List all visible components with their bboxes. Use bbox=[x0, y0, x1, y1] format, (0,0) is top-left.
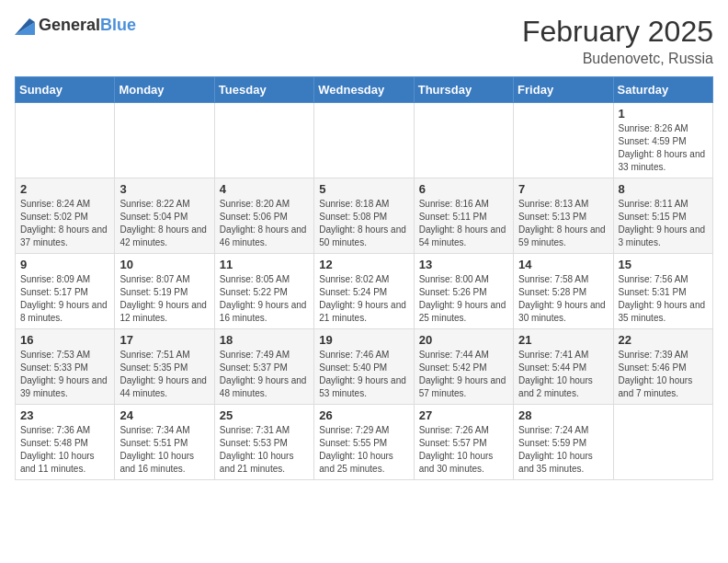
calendar-cell: 15Sunrise: 7:56 AM Sunset: 5:31 PM Dayli… bbox=[613, 254, 712, 329]
calendar-cell: 13Sunrise: 8:00 AM Sunset: 5:26 PM Dayli… bbox=[414, 254, 513, 329]
calendar-cell: 23Sunrise: 7:36 AM Sunset: 5:48 PM Dayli… bbox=[16, 405, 115, 480]
week-row-4: 23Sunrise: 7:36 AM Sunset: 5:48 PM Dayli… bbox=[16, 405, 713, 480]
day-info: Sunrise: 7:26 AM Sunset: 5:57 PM Dayligh… bbox=[419, 424, 508, 476]
day-info: Sunrise: 8:22 AM Sunset: 5:04 PM Dayligh… bbox=[119, 198, 209, 249]
day-number: 1 bbox=[619, 107, 708, 121]
day-number: 15 bbox=[619, 258, 708, 271]
calendar-table: SundayMondayTuesdayWednesdayThursdayFrid… bbox=[15, 76, 713, 480]
day-info: Sunrise: 8:02 AM Sunset: 5:24 PM Dayligh… bbox=[319, 273, 408, 325]
calendar-cell bbox=[115, 103, 214, 178]
calendar-cell: 2Sunrise: 8:24 AM Sunset: 5:02 PM Daylig… bbox=[16, 178, 115, 254]
day-info: Sunrise: 7:53 AM Sunset: 5:33 PM Dayligh… bbox=[20, 349, 109, 400]
day-info: Sunrise: 7:44 AM Sunset: 5:42 PM Dayligh… bbox=[419, 349, 508, 400]
header-monday: Monday bbox=[115, 77, 214, 103]
day-number: 9 bbox=[20, 258, 109, 271]
header-thursday: Thursday bbox=[414, 77, 513, 103]
calendar-cell: 6Sunrise: 8:16 AM Sunset: 5:11 PM Daylig… bbox=[414, 178, 513, 254]
title-area: February 2025 Budenovetc, Russia bbox=[522, 15, 713, 67]
calendar-cell: 18Sunrise: 7:49 AM Sunset: 5:37 PM Dayli… bbox=[214, 329, 313, 405]
calendar-cell: 19Sunrise: 7:46 AM Sunset: 5:40 PM Dayli… bbox=[314, 329, 414, 405]
day-number: 24 bbox=[119, 408, 209, 422]
calendar-cell: 14Sunrise: 7:58 AM Sunset: 5:28 PM Dayli… bbox=[514, 254, 613, 329]
logo-general: GeneralBlue bbox=[39, 17, 136, 34]
day-number: 12 bbox=[319, 258, 408, 271]
day-number: 8 bbox=[619, 182, 708, 196]
day-info: Sunrise: 8:13 AM Sunset: 5:13 PM Dayligh… bbox=[518, 198, 608, 249]
calendar-title: February 2025 bbox=[522, 15, 713, 49]
day-number: 7 bbox=[518, 182, 608, 196]
day-info: Sunrise: 8:11 AM Sunset: 5:15 PM Dayligh… bbox=[619, 198, 708, 249]
day-info: Sunrise: 7:36 AM Sunset: 5:48 PM Dayligh… bbox=[20, 424, 109, 476]
calendar-header-row: SundayMondayTuesdayWednesdayThursdayFrid… bbox=[16, 77, 713, 103]
day-number: 20 bbox=[419, 333, 508, 347]
day-number: 21 bbox=[518, 333, 608, 347]
calendar-cell: 7Sunrise: 8:13 AM Sunset: 5:13 PM Daylig… bbox=[514, 178, 613, 254]
calendar-cell: 20Sunrise: 7:44 AM Sunset: 5:42 PM Dayli… bbox=[414, 329, 513, 405]
calendar-cell: 24Sunrise: 7:34 AM Sunset: 5:51 PM Dayli… bbox=[115, 405, 214, 480]
calendar-cell: 26Sunrise: 7:29 AM Sunset: 5:55 PM Dayli… bbox=[314, 405, 414, 480]
calendar-cell bbox=[214, 103, 313, 178]
calendar-cell bbox=[613, 405, 712, 480]
calendar-cell: 3Sunrise: 8:22 AM Sunset: 5:04 PM Daylig… bbox=[115, 178, 214, 254]
calendar-cell: 25Sunrise: 7:31 AM Sunset: 5:53 PM Dayli… bbox=[214, 405, 313, 480]
day-info: Sunrise: 8:09 AM Sunset: 5:17 PM Dayligh… bbox=[20, 273, 109, 325]
day-number: 4 bbox=[220, 182, 309, 196]
day-number: 3 bbox=[119, 182, 209, 196]
day-number: 16 bbox=[20, 333, 109, 347]
header-sunday: Sunday bbox=[16, 77, 115, 103]
day-info: Sunrise: 8:18 AM Sunset: 5:08 PM Dayligh… bbox=[319, 198, 408, 249]
day-number: 19 bbox=[319, 333, 408, 347]
day-number: 10 bbox=[119, 258, 209, 271]
calendar-cell: 4Sunrise: 8:20 AM Sunset: 5:06 PM Daylig… bbox=[214, 178, 313, 254]
day-number: 14 bbox=[518, 258, 608, 271]
calendar-cell: 17Sunrise: 7:51 AM Sunset: 5:35 PM Dayli… bbox=[115, 329, 214, 405]
day-info: Sunrise: 7:39 AM Sunset: 5:46 PM Dayligh… bbox=[619, 349, 708, 400]
calendar-cell: 10Sunrise: 8:07 AM Sunset: 5:19 PM Dayli… bbox=[115, 254, 214, 329]
calendar-cell bbox=[514, 103, 613, 178]
calendar-cell: 12Sunrise: 8:02 AM Sunset: 5:24 PM Dayli… bbox=[314, 254, 414, 329]
day-number: 6 bbox=[419, 182, 508, 196]
header-tuesday: Tuesday bbox=[214, 77, 313, 103]
day-info: Sunrise: 7:46 AM Sunset: 5:40 PM Dayligh… bbox=[319, 349, 408, 400]
calendar-cell: 9Sunrise: 8:09 AM Sunset: 5:17 PM Daylig… bbox=[16, 254, 115, 329]
day-info: Sunrise: 7:51 AM Sunset: 5:35 PM Dayligh… bbox=[119, 349, 209, 400]
logo-icon bbox=[15, 15, 35, 35]
week-row-2: 9Sunrise: 8:09 AM Sunset: 5:17 PM Daylig… bbox=[16, 254, 713, 329]
calendar-cell: 21Sunrise: 7:41 AM Sunset: 5:44 PM Dayli… bbox=[514, 329, 613, 405]
calendar-cell: 1Sunrise: 8:26 AM Sunset: 4:59 PM Daylig… bbox=[613, 103, 712, 178]
day-number: 27 bbox=[419, 408, 508, 422]
calendar-cell bbox=[414, 103, 513, 178]
day-number: 17 bbox=[119, 333, 209, 347]
day-number: 28 bbox=[518, 408, 608, 422]
calendar-cell: 22Sunrise: 7:39 AM Sunset: 5:46 PM Dayli… bbox=[613, 329, 712, 405]
day-info: Sunrise: 8:05 AM Sunset: 5:22 PM Dayligh… bbox=[220, 273, 309, 325]
day-number: 11 bbox=[220, 258, 309, 271]
day-info: Sunrise: 7:58 AM Sunset: 5:28 PM Dayligh… bbox=[518, 273, 608, 325]
day-number: 25 bbox=[220, 408, 309, 422]
calendar-cell: 28Sunrise: 7:24 AM Sunset: 5:59 PM Dayli… bbox=[514, 405, 613, 480]
calendar-cell: 16Sunrise: 7:53 AM Sunset: 5:33 PM Dayli… bbox=[16, 329, 115, 405]
header: GeneralBlue February 2025 Budenovetc, Ru… bbox=[15, 15, 713, 67]
week-row-0: 1Sunrise: 8:26 AM Sunset: 4:59 PM Daylig… bbox=[16, 103, 713, 178]
day-number: 13 bbox=[419, 258, 508, 271]
header-wednesday: Wednesday bbox=[314, 77, 414, 103]
day-number: 2 bbox=[20, 182, 109, 196]
day-number: 18 bbox=[220, 333, 309, 347]
day-info: Sunrise: 7:49 AM Sunset: 5:37 PM Dayligh… bbox=[220, 349, 309, 400]
logo: GeneralBlue bbox=[15, 15, 136, 35]
day-number: 5 bbox=[319, 182, 408, 196]
calendar-cell: 27Sunrise: 7:26 AM Sunset: 5:57 PM Dayli… bbox=[414, 405, 513, 480]
calendar-cell: 11Sunrise: 8:05 AM Sunset: 5:22 PM Dayli… bbox=[214, 254, 313, 329]
day-number: 23 bbox=[20, 408, 109, 422]
day-info: Sunrise: 7:56 AM Sunset: 5:31 PM Dayligh… bbox=[619, 273, 708, 325]
day-info: Sunrise: 8:24 AM Sunset: 5:02 PM Dayligh… bbox=[20, 198, 109, 249]
week-row-1: 2Sunrise: 8:24 AM Sunset: 5:02 PM Daylig… bbox=[16, 178, 713, 254]
calendar-subtitle: Budenovetc, Russia bbox=[522, 51, 713, 67]
header-friday: Friday bbox=[514, 77, 613, 103]
day-info: Sunrise: 7:29 AM Sunset: 5:55 PM Dayligh… bbox=[319, 424, 408, 476]
day-info: Sunrise: 7:34 AM Sunset: 5:51 PM Dayligh… bbox=[119, 424, 209, 476]
day-info: Sunrise: 8:00 AM Sunset: 5:26 PM Dayligh… bbox=[419, 273, 508, 325]
day-info: Sunrise: 8:26 AM Sunset: 4:59 PM Dayligh… bbox=[619, 122, 708, 174]
day-info: Sunrise: 8:07 AM Sunset: 5:19 PM Dayligh… bbox=[119, 273, 209, 325]
day-info: Sunrise: 7:24 AM Sunset: 5:59 PM Dayligh… bbox=[518, 424, 608, 476]
